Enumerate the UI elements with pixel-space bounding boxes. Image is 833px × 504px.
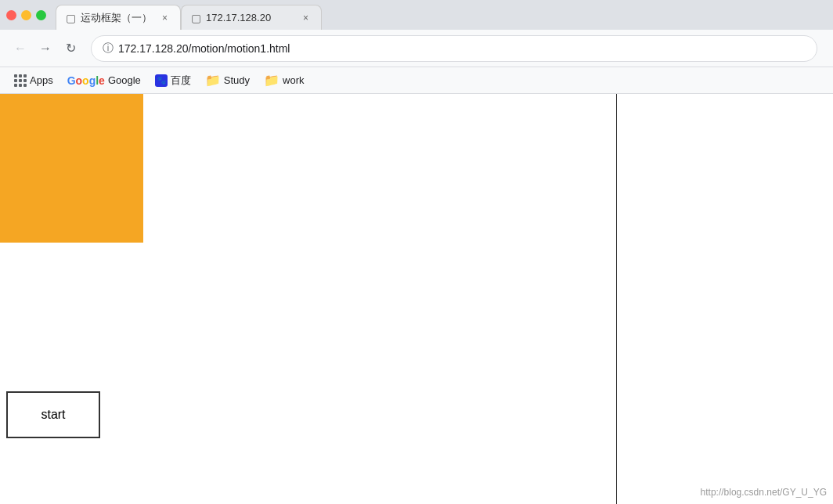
maximize-button[interactable] xyxy=(36,10,46,20)
work-folder-icon: 📁 xyxy=(264,73,279,88)
tab-1-close[interactable]: × xyxy=(159,11,171,25)
minimize-button[interactable] xyxy=(21,10,31,20)
reload-button[interactable]: ↻ xyxy=(60,38,81,59)
tab-1-label: 运动框架（一） xyxy=(81,11,152,25)
bookmark-apps[interactable]: Apps xyxy=(8,71,60,90)
close-button[interactable] xyxy=(6,10,16,20)
tab-1[interactable]: ▢ 运动框架（一） × xyxy=(56,5,181,30)
animated-box xyxy=(0,94,143,243)
security-icon: ⓘ xyxy=(103,41,114,56)
bookmark-baidu[interactable]: 🐾 百度 xyxy=(149,70,197,91)
bookmark-google[interactable]: Google Google xyxy=(61,71,147,90)
baidu-icon: 🐾 xyxy=(155,74,168,87)
bookmark-google-label: Google xyxy=(108,74,141,86)
bookmarks-bar: Apps Google Google 🐾 百度 📁 Study 📁 work xyxy=(0,67,833,94)
bookmark-study-label: Study xyxy=(224,74,250,86)
navigation-bar: ← → ↻ ⓘ xyxy=(0,30,833,67)
tab-2[interactable]: ▢ 172.17.128.20 × xyxy=(181,5,322,30)
url-input[interactable] xyxy=(118,42,806,55)
tab-page-icon: ▢ xyxy=(66,12,76,24)
back-button[interactable]: ← xyxy=(9,38,31,59)
title-bar: ▢ 运动框架（一） × ▢ 172.17.128.20 × xyxy=(0,0,833,30)
vertical-divider xyxy=(616,94,617,504)
tab-2-label: 172.17.128.20 xyxy=(206,12,271,23)
start-button[interactable]: start xyxy=(6,391,100,438)
tabs-bar: ▢ 运动框架（一） × ▢ 172.17.128.20 × xyxy=(56,0,827,30)
tab-2-close[interactable]: × xyxy=(300,11,312,25)
traffic-lights xyxy=(6,10,46,20)
bookmark-study[interactable]: 📁 Study xyxy=(199,70,256,91)
apps-grid-icon xyxy=(14,74,27,87)
bookmark-apps-label: Apps xyxy=(30,74,53,86)
tab-2-page-icon: ▢ xyxy=(191,12,201,24)
watermark-text: http://blog.csdn.net/GY_U_YG xyxy=(701,487,827,498)
bookmark-work[interactable]: 📁 work xyxy=(258,70,310,91)
address-bar[interactable]: ⓘ xyxy=(91,35,817,62)
browser-window: ▢ 运动框架（一） × ▢ 172.17.128.20 × ← → ↻ ⓘ xyxy=(0,0,833,504)
study-folder-icon: 📁 xyxy=(205,73,221,88)
forward-button[interactable]: → xyxy=(34,38,56,59)
google-icon: Google xyxy=(67,74,105,87)
main-content: start http://blog.csdn.net/GY_U_YG xyxy=(0,94,833,504)
bookmark-work-label: work xyxy=(283,74,304,86)
bookmark-baidu-label: 百度 xyxy=(171,74,191,88)
